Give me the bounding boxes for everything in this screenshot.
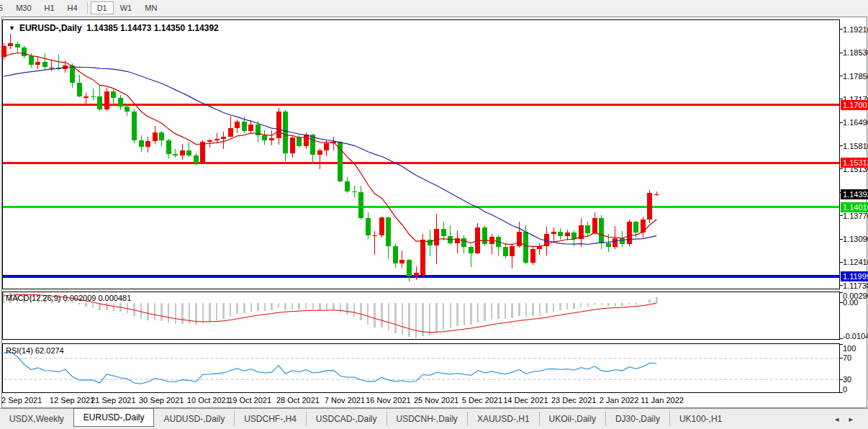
x-axis-label: 12 Sep 2021 bbox=[50, 396, 94, 405]
chart-dropdown-icon[interactable]: ▼ bbox=[9, 24, 15, 32]
svg-text:1.17001: 1.17001 bbox=[843, 101, 868, 109]
rsi-axis-label: 70 bbox=[843, 353, 851, 362]
chart-tab-usdcad-daily[interactable]: USDCAD-,Daily bbox=[306, 412, 386, 426]
macd-indicator-label: MACD(12,26,9) 0.002009 0.000481 bbox=[6, 294, 131, 302]
timeframe-m30-button[interactable]: M30 bbox=[9, 1, 37, 14]
date-axis: 2 Sep 202112 Sep 202121 Sep 202130 Sep 2… bbox=[1, 396, 684, 405]
price-chart-canvas[interactable]: 1.192101.185301.178501.171701.164901.158… bbox=[0, 0, 868, 429]
rsi-indicator-label: RSI(14) 62.0274 bbox=[6, 346, 64, 355]
chart-window-chrome bbox=[0, 16, 868, 409]
macd-axis-label: 0.00 bbox=[843, 298, 858, 307]
x-axis-label: 19 Oct 2021 bbox=[228, 396, 271, 405]
y-axis-label: 1.12410 bbox=[843, 258, 868, 266]
y-axis-label: 1.18530 bbox=[843, 48, 868, 57]
y-axis-label: 1.13770 bbox=[843, 212, 868, 220]
price-badge: 1.14016 bbox=[841, 202, 868, 212]
tab-scroll-controls: ◂ ▸ bbox=[830, 415, 868, 424]
rsi-axis-label: 30 bbox=[843, 375, 851, 384]
timeframe-h4-button[interactable]: H4 bbox=[61, 1, 84, 14]
svg-text:1.14392: 1.14392 bbox=[843, 190, 868, 199]
x-axis-label: 11 Jan 2022 bbox=[641, 396, 684, 405]
x-axis-label: 2 Jan 2022 bbox=[600, 396, 638, 405]
x-axis-label: 7 Nov 2021 bbox=[325, 396, 365, 405]
x-axis-label: 10 Oct 2021 bbox=[187, 396, 230, 405]
timeframe-w1-button[interactable]: W1 bbox=[114, 1, 139, 14]
chart-tab-usdchf-h4[interactable]: USDCHF-,H4 bbox=[234, 412, 306, 426]
chart-tab-usdx-weekly[interactable]: USDX,Weekly bbox=[0, 412, 73, 426]
x-axis-label: 5 Dec 2021 bbox=[462, 396, 502, 405]
toolbar-separator bbox=[87, 2, 88, 14]
rsi-axis-label: 0 bbox=[843, 385, 847, 394]
y-axis-label: 1.13090 bbox=[843, 235, 868, 243]
chart-tab-ukoil-daily[interactable]: UKOil-,Daily bbox=[539, 412, 605, 426]
price-badge: 1.17001 bbox=[841, 100, 868, 110]
chart-symbol-period: EURUSD-,Daily bbox=[19, 23, 82, 33]
x-axis-label: 30 Sep 2021 bbox=[139, 396, 184, 405]
y-axis-label: 1.11730 bbox=[843, 281, 868, 290]
chart-title: ▼EURUSD-,Daily 1.14385 1.14473 1.14350 1… bbox=[9, 23, 219, 33]
timeframe-mn-button[interactable]: MN bbox=[138, 1, 163, 14]
chart-tab-usdcnh-daily[interactable]: USDCNH-,Daily bbox=[386, 412, 467, 426]
trading-terminal-window: 5 M30 H1 H4 D1 W1 MN 1.192101.185301.178… bbox=[0, 0, 868, 429]
chart-tab-xauusd-h1[interactable]: XAUUSD-,H1 bbox=[467, 412, 539, 426]
x-axis-label: 23 Dec 2021 bbox=[551, 396, 596, 405]
chart-tab-eurusd-daily[interactable]: EURUSD-,Daily bbox=[73, 408, 155, 427]
chart-tab-uk100-h1[interactable]: UK100-,H1 bbox=[669, 412, 731, 426]
y-axis-label: 1.16490 bbox=[843, 118, 868, 127]
chart-tabs-bar: USDX,Weekly EURUSD-,Daily AUDUSD-,Daily … bbox=[0, 408, 868, 429]
price-badge: 1.14392 bbox=[841, 189, 868, 199]
x-axis-label: 21 Sep 2021 bbox=[91, 396, 135, 405]
y-axis-label: 1.17850 bbox=[843, 72, 868, 81]
tabs-scroll-right-icon[interactable]: ▸ bbox=[844, 415, 858, 424]
x-axis-label: 25 Nov 2021 bbox=[414, 396, 458, 405]
x-axis-label: 2 Sep 2021 bbox=[1, 396, 42, 405]
svg-text:1.15313: 1.15313 bbox=[843, 158, 868, 167]
timeframe-m5-button[interactable]: 5 bbox=[0, 1, 9, 14]
y-axis-label: 1.15810 bbox=[843, 142, 868, 150]
chart-ohlc-values: 1.14385 1.14473 1.14350 1.14392 bbox=[86, 23, 219, 33]
tabs-scroll-left-icon[interactable]: ◂ bbox=[830, 415, 844, 424]
x-axis-label: 14 Dec 2021 bbox=[503, 396, 548, 405]
timeframe-h1-button[interactable]: H1 bbox=[38, 1, 61, 14]
rsi-axis-label: 100 bbox=[843, 344, 856, 353]
price-badge: 1.15313 bbox=[841, 158, 868, 168]
timeframe-d1-button[interactable]: D1 bbox=[91, 1, 114, 14]
macd-axis-label: -0.01042 bbox=[843, 332, 868, 340]
svg-text:1.11999: 1.11999 bbox=[843, 272, 868, 281]
timeframe-toolbar: 5 M30 H1 H4 D1 W1 MN bbox=[0, 0, 868, 16]
chart-tab-audusd-daily[interactable]: AUDUSD-,Daily bbox=[154, 412, 234, 426]
svg-text:1.14016: 1.14016 bbox=[843, 203, 868, 212]
x-axis-label: 28 Oct 2021 bbox=[276, 396, 320, 405]
chart-tab-dj30-daily[interactable]: DJ30-,Daily bbox=[605, 412, 669, 426]
x-axis-label: 16 Nov 2021 bbox=[366, 396, 410, 405]
price-badge: 1.11999 bbox=[841, 271, 868, 281]
y-axis-label: 1.19210 bbox=[843, 25, 868, 34]
